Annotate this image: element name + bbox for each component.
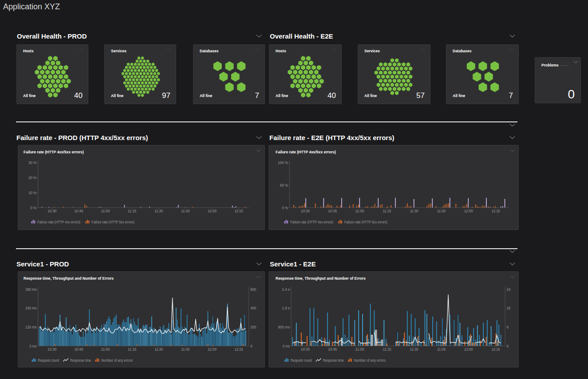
svg-text:10:45: 10:45 — [328, 209, 337, 213]
svg-text:400: 400 — [250, 306, 256, 310]
svg-text:11:30: 11:30 — [410, 209, 418, 213]
svg-text:Number of any errors: Number of any errors — [101, 358, 133, 363]
svg-text:11:15: 11:15 — [128, 209, 136, 213]
svg-text:11:00: 11:00 — [101, 347, 110, 352]
svg-text:10:30: 10:30 — [47, 347, 56, 352]
svg-text:12:15: 12:15 — [235, 347, 243, 352]
svg-text:10:45: 10:45 — [74, 347, 83, 352]
svg-text:11:15: 11:15 — [128, 347, 136, 352]
svg-text:Failure rate (HTTP 4xx errors): Failure rate (HTTP 4xx errors) — [290, 220, 333, 224]
svg-text:360 ms: 360 ms — [26, 287, 37, 292]
svg-text:11:45: 11:45 — [181, 347, 189, 352]
svg-text:11:45: 11:45 — [437, 347, 446, 352]
svg-text:11:00: 11:00 — [355, 209, 364, 213]
svg-text:10 %: 10 % — [28, 191, 36, 195]
svg-text:1.6 s: 1.6 s — [282, 306, 290, 310]
svg-text:0 ms: 0 ms — [30, 344, 37, 348]
svg-text:11:45: 11:45 — [181, 209, 189, 213]
svg-text:Response time: Response time — [323, 358, 344, 363]
svg-text:2.4 s: 2.4 s — [282, 287, 290, 292]
svg-text:20 %: 20 % — [28, 176, 36, 180]
svg-text:800 ms: 800 ms — [278, 325, 290, 329]
svg-text:Failure rate (HTTP 5xx errors): Failure rate (HTTP 5xx errors) — [91, 220, 134, 224]
svg-text:12:15: 12:15 — [235, 209, 243, 213]
svg-text:600: 600 — [250, 287, 256, 292]
svg-text:Number of any errors: Number of any errors — [354, 358, 386, 363]
svg-text:Request count: Request count — [38, 358, 59, 363]
svg-text:10:30: 10:30 — [301, 209, 310, 213]
svg-text:0: 0 — [250, 344, 253, 348]
svg-text:50 %: 50 % — [280, 183, 288, 188]
svg-text:Request count: Request count — [291, 358, 312, 363]
svg-text:12:00: 12:00 — [464, 209, 473, 213]
svg-text:240 ms: 240 ms — [26, 306, 37, 310]
svg-text:11:15: 11:15 — [383, 209, 391, 213]
svg-text:12:00: 12:00 — [208, 347, 217, 352]
svg-text:10:45: 10:45 — [328, 347, 337, 352]
svg-text:11:00: 11:00 — [101, 209, 110, 213]
svg-text:0 ms: 0 ms — [283, 344, 290, 348]
svg-text:Failure rate (HTTP 5xx errors): Failure rate (HTTP 5xx errors) — [344, 220, 387, 224]
svg-text:12:15: 12:15 — [492, 209, 500, 213]
svg-text:12:00: 12:00 — [464, 347, 473, 352]
svg-text:11:30: 11:30 — [410, 347, 418, 352]
svg-text:0 %: 0 % — [31, 206, 37, 210]
svg-text:Response time: Response time — [70, 358, 91, 363]
svg-text:24: 24 — [507, 287, 511, 292]
svg-text:30 %: 30 % — [28, 160, 36, 165]
svg-text:11:00: 11:00 — [355, 347, 364, 352]
svg-text:10:30: 10:30 — [47, 209, 56, 213]
svg-text:100 %: 100 % — [278, 160, 288, 165]
svg-text:10:45: 10:45 — [74, 209, 83, 213]
svg-text:12:00: 12:00 — [208, 209, 217, 213]
svg-text:Failure rate (HTTP 4xx errors): Failure rate (HTTP 4xx errors) — [37, 220, 80, 224]
svg-text:0 %: 0 % — [282, 206, 288, 210]
svg-text:16: 16 — [507, 306, 511, 310]
svg-text:11:30: 11:30 — [154, 209, 163, 213]
svg-text:120 ms: 120 ms — [26, 325, 37, 329]
svg-text:12:15: 12:15 — [492, 347, 500, 352]
svg-text:8: 8 — [507, 325, 509, 329]
svg-text:11:15: 11:15 — [383, 347, 391, 352]
svg-text:200: 200 — [250, 325, 256, 329]
svg-text:11:45: 11:45 — [437, 209, 446, 213]
svg-text:0: 0 — [507, 344, 509, 348]
svg-text:10:30: 10:30 — [301, 347, 310, 352]
svg-text:11:30: 11:30 — [154, 347, 163, 352]
